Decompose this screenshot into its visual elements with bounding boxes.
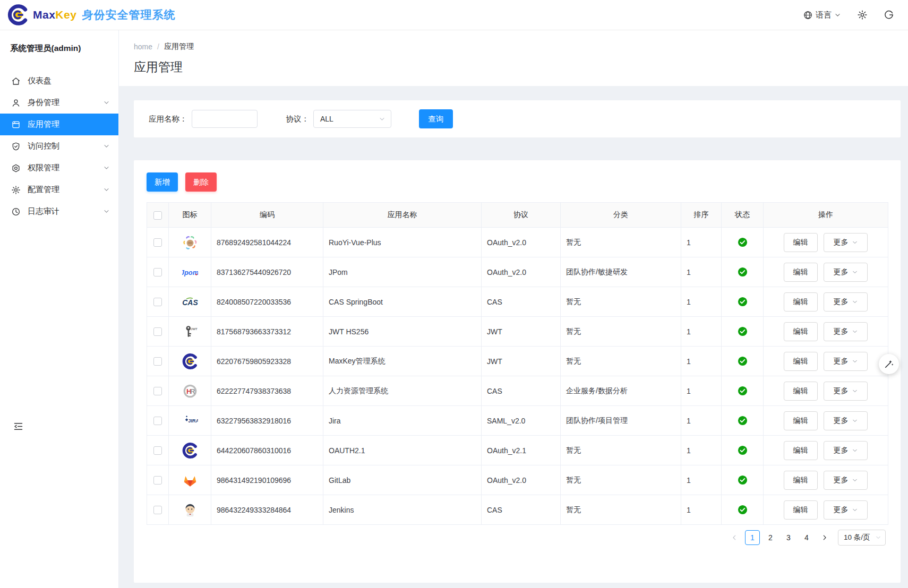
status-enabled-icon [738, 237, 748, 247]
more-button[interactable]: 更多 [824, 382, 868, 401]
column-header-name: 应用名称 [323, 203, 482, 228]
edit-button[interactable]: 编辑 [784, 263, 818, 282]
next-page-button[interactable] [818, 530, 832, 545]
status-enabled-icon [738, 297, 748, 307]
status-enabled-icon [738, 267, 748, 277]
svg-text:R: R [190, 387, 195, 395]
app-name-label: 应用名称： [149, 114, 187, 124]
page-button-1[interactable]: 1 [745, 530, 760, 545]
more-button[interactable]: 更多 [824, 263, 868, 282]
row-checkbox[interactable] [153, 327, 162, 336]
table-row: JIRA 632279563832918016 Jira SAML_v2.0 团… [147, 406, 888, 436]
edit-button[interactable]: 编辑 [784, 292, 818, 312]
status-enabled-icon [738, 386, 748, 396]
sidebar-collapse-button[interactable] [13, 421, 24, 432]
page-button-2[interactable]: 2 [763, 530, 778, 545]
sidebar-item-audit[interactable]: 日志审计 [0, 201, 118, 222]
edit-button[interactable]: 编辑 [784, 352, 818, 371]
maxkey-logo-icon [7, 4, 29, 25]
sidebar-item-access[interactable]: 访问控制 [0, 135, 118, 157]
page-size-select[interactable]: 10 条/页 [838, 530, 886, 546]
app-sort: 1 [681, 347, 722, 376]
row-checkbox[interactable] [153, 446, 162, 455]
row-checkbox[interactable] [153, 238, 162, 247]
chevron-down-icon [852, 328, 858, 335]
more-button[interactable]: 更多 [824, 233, 868, 252]
column-header-sort: 排序 [681, 203, 722, 228]
sidebar-item-dashboard[interactable]: 仪表盘 [0, 70, 118, 92]
sidebar-item-apps[interactable]: 应用管理 [0, 114, 118, 135]
row-checkbox[interactable] [153, 357, 162, 366]
chevron-down-icon [852, 299, 858, 305]
logout-button[interactable] [884, 10, 894, 20]
edit-button[interactable]: 编辑 [784, 411, 818, 430]
app-name-input[interactable] [192, 110, 258, 128]
page-button-3[interactable]: 3 [781, 530, 796, 545]
edit-button[interactable]: 编辑 [784, 441, 818, 460]
sidebar-item-permission[interactable]: 权限管理 [0, 157, 118, 179]
sidebar-item-label: 访问控制 [28, 141, 59, 151]
app-category: 团队协作/敏捷研发 [561, 257, 681, 287]
table-row: JWT 817568793663373312 JWT HS256 JWT 暂无 … [147, 317, 888, 347]
chevron-down-icon [852, 507, 858, 513]
app-protocol: CAS [482, 287, 561, 317]
edit-button[interactable]: 编辑 [784, 500, 818, 520]
row-checkbox[interactable] [153, 298, 162, 306]
gear-icon [857, 10, 868, 20]
app-name: JPom [323, 257, 482, 287]
sidebar-item-config[interactable]: 配置管理 [0, 179, 118, 201]
jpom-logo-icon: Jpom [182, 264, 198, 280]
edit-button[interactable]: 编辑 [784, 382, 818, 401]
app-protocol: SAML_v2.0 [482, 406, 561, 436]
settings-button[interactable] [857, 10, 868, 20]
floating-tool-button[interactable] [879, 354, 899, 374]
search-button[interactable]: 查询 [419, 109, 453, 128]
app-protocol: JWT [482, 317, 561, 347]
sidebar-item-label: 应用管理 [28, 119, 59, 129]
chevron-down-icon [852, 477, 858, 483]
brand-product-title: 身份安全管理系统 [82, 7, 175, 22]
table-row: 986431492190109696 GitLab OAuth_v2.0 暂无 … [147, 465, 888, 495]
more-button[interactable]: 更多 [824, 441, 868, 460]
home-icon [11, 76, 21, 86]
ruoyi-logo-icon [182, 235, 198, 250]
app-protocol: OAuth_v2.1 [482, 436, 561, 465]
protocol-select[interactable]: ALL [313, 110, 391, 128]
row-checkbox[interactable] [153, 506, 162, 514]
language-switcher[interactable]: 语言 [803, 10, 841, 20]
app-code: 837136275440926720 [211, 257, 323, 287]
row-checkbox[interactable] [153, 387, 162, 395]
more-button[interactable]: 更多 [824, 411, 868, 430]
sidebar-item-identity[interactable]: 身份管理 [0, 92, 118, 114]
more-button-label: 更多 [833, 386, 848, 396]
more-button[interactable]: 更多 [824, 471, 868, 490]
edit-button[interactable]: 编辑 [784, 322, 818, 341]
more-button-label: 更多 [833, 446, 848, 455]
svg-text:JIRA: JIRA [188, 418, 198, 423]
breadcrumb-separator: / [157, 42, 159, 51]
delete-button[interactable]: 删除 [185, 172, 217, 192]
table-header-row: 图标 编码 应用名称 协议 分类 排序 状态 操作 [147, 203, 888, 228]
more-button[interactable]: 更多 [824, 292, 868, 312]
add-button[interactable]: 新增 [147, 172, 178, 192]
app-category: 暂无 [561, 436, 681, 465]
page-button-4[interactable]: 4 [799, 530, 814, 545]
more-button[interactable]: 更多 [824, 322, 868, 341]
top-actions: 语言 [803, 10, 894, 20]
row-checkbox[interactable] [153, 476, 162, 485]
select-all-checkbox[interactable] [153, 211, 162, 220]
breadcrumb-home[interactable]: home [134, 42, 152, 51]
app-name: Jira [323, 406, 482, 436]
more-button[interactable]: 更多 [824, 352, 868, 371]
prev-page-button[interactable] [727, 530, 741, 545]
table-row: 876892492581044224 RuoYi-Vue-Plus OAuth_… [147, 228, 888, 257]
row-checkbox[interactable] [153, 417, 162, 425]
more-button[interactable]: 更多 [824, 500, 868, 520]
jenkins-logo-icon [182, 502, 198, 518]
edit-button[interactable]: 编辑 [784, 233, 818, 252]
top-navbar: Max Key 身份安全管理系统 语言 [0, 0, 908, 30]
edit-button[interactable]: 编辑 [784, 471, 818, 490]
breadcrumb-current: 应用管理 [164, 42, 194, 51]
chevron-down-icon [852, 447, 858, 454]
row-checkbox[interactable] [153, 268, 162, 276]
